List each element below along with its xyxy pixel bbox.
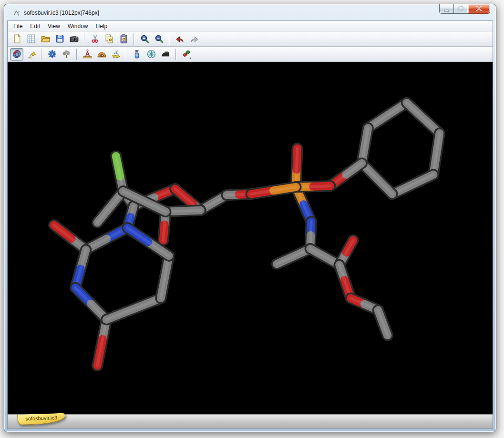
new-grid-document-icon xyxy=(26,34,36,44)
measure-distance-icon xyxy=(82,49,93,59)
zoom-in-icon xyxy=(140,34,150,44)
iron-minimize-icon xyxy=(161,49,171,59)
toolbar-separator xyxy=(126,49,127,60)
save-icon xyxy=(55,34,65,44)
torsion-tool-icon xyxy=(111,49,121,59)
torsion-tool-button[interactable] xyxy=(109,48,123,61)
copy-button[interactable] xyxy=(103,33,116,45)
undo-icon xyxy=(175,34,185,44)
close-icon xyxy=(468,4,490,13)
menu-item-view[interactable]: View xyxy=(44,22,64,31)
document-tab[interactable]: sofosbuvir.ic3 xyxy=(17,413,65,425)
molecule-render xyxy=(8,62,493,414)
display-style-button[interactable] xyxy=(10,48,23,61)
scene-tree-icon xyxy=(62,49,72,59)
menu-item-window[interactable]: Window xyxy=(64,22,92,31)
minimize-icon xyxy=(440,4,453,13)
toolbar-main xyxy=(8,31,493,47)
statusbar: sofosbuvir.ic3 xyxy=(8,414,493,428)
toolbar-separator xyxy=(175,49,176,60)
toolbar-separator xyxy=(41,49,42,60)
pill-style-button[interactable] xyxy=(180,48,193,61)
toolbar-separator xyxy=(76,49,77,60)
window-title: sofosbuvir.ic3 [1012px|746px] xyxy=(24,10,99,16)
zoom-out-button[interactable] xyxy=(152,33,165,45)
cut-button[interactable] xyxy=(88,33,102,45)
toolbar-separator xyxy=(84,33,85,45)
cut-icon xyxy=(90,34,100,44)
paste-button[interactable] xyxy=(117,33,130,45)
scene-tree-button[interactable] xyxy=(60,48,73,61)
app-window: sofosbuvir.ic3 [1012px|746px] FileEditVi… xyxy=(4,4,496,432)
menu-item-edit[interactable]: Edit xyxy=(26,22,44,31)
lamp-icon xyxy=(26,49,36,59)
copy-icon xyxy=(104,34,114,44)
menu-item-file[interactable]: File xyxy=(10,22,26,31)
redo-icon xyxy=(189,34,199,44)
new-document-icon xyxy=(12,34,22,44)
maximize-button[interactable] xyxy=(454,4,468,14)
freeze-icon xyxy=(146,49,156,59)
display-style-icon xyxy=(12,49,22,59)
app-icon xyxy=(13,9,21,17)
zoom-in-button[interactable] xyxy=(138,33,151,45)
spray-clean-icon xyxy=(132,49,142,59)
lamp-button[interactable] xyxy=(24,48,38,61)
camera-button[interactable] xyxy=(67,33,81,45)
new-grid-document-button[interactable] xyxy=(24,33,38,45)
redo-button[interactable] xyxy=(187,33,201,45)
measure-angle-icon xyxy=(97,49,107,59)
paste-icon xyxy=(119,34,129,44)
undo-button[interactable] xyxy=(173,33,186,45)
freeze-button[interactable] xyxy=(144,48,158,61)
open-folder-button[interactable] xyxy=(39,33,52,45)
toolbar-separator xyxy=(134,33,134,45)
toolbar-separator xyxy=(169,33,170,45)
menubar: FileEditViewWindowHelp xyxy=(8,21,493,31)
settings-gear-icon xyxy=(47,49,57,59)
save-button[interactable] xyxy=(53,33,66,45)
toolbar-tools xyxy=(8,47,493,62)
titlebar[interactable]: sofosbuvir.ic3 [1012px|746px] xyxy=(4,4,496,20)
zoom-out-icon xyxy=(154,34,164,44)
pill-style-icon xyxy=(182,49,192,59)
close-button[interactable] xyxy=(468,4,490,14)
menu-item-help[interactable]: Help xyxy=(92,22,112,31)
measure-distance-button[interactable] xyxy=(81,48,94,61)
caption-buttons xyxy=(439,4,490,14)
measure-angle-button[interactable] xyxy=(95,48,108,61)
window-body: FileEditViewWindowHelp sofosbuvir.ic3 xyxy=(7,20,493,429)
spray-clean-button[interactable] xyxy=(130,48,144,61)
settings-gear-button[interactable] xyxy=(45,48,59,61)
open-folder-icon xyxy=(41,34,51,44)
maximize-icon xyxy=(454,4,467,13)
minimize-button[interactable] xyxy=(439,4,454,14)
molecule-viewport[interactable] xyxy=(8,62,493,414)
camera-icon xyxy=(69,34,79,44)
iron-minimize-button[interactable] xyxy=(159,48,172,61)
new-document-button[interactable] xyxy=(10,33,23,45)
